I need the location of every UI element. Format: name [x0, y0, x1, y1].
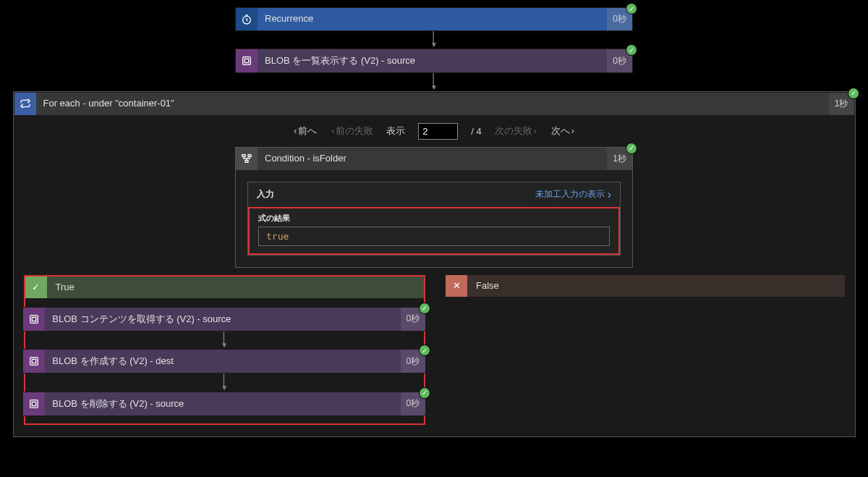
svg-rect-3: [242, 155, 245, 157]
svg-rect-10: [30, 400, 38, 408]
input-label: 入力: [257, 188, 274, 200]
blob-icon: [23, 392, 45, 415]
flow-canvas: Recurrence 0秒 ✓ BLOB を一覧表示する (V2) - sour…: [7, 7, 861, 437]
result-label: 式の結果: [258, 213, 610, 224]
step-recurrence[interactable]: Recurrence 0秒 ✓: [235, 7, 633, 31]
success-badge-icon: ✓: [626, 3, 637, 14]
arrow-down-icon: [430, 75, 438, 89]
pager-prev[interactable]: ‹前へ: [292, 124, 317, 138]
blob-icon: [23, 350, 45, 373]
success-badge-icon: ✓: [419, 387, 430, 399]
step-title: BLOB を一覧表示する (V2) - source: [258, 49, 607, 72]
success-badge-icon: ✓: [626, 44, 637, 56]
step-list-blobs[interactable]: BLOB を一覧表示する (V2) - source 0秒 ✓: [235, 48, 633, 73]
step-foreach: For each - under "container-01" 1秒 ✓ ‹前へ…: [13, 91, 856, 437]
condition-icon: [236, 148, 258, 170]
arrow-down-icon: [221, 333, 229, 347]
step-title[interactable]: Condition - isFolder: [258, 148, 607, 170]
pager-current-input[interactable]: [418, 123, 458, 140]
step-get-blob-content[interactable]: BLOB コンテンツを取得する (V2) - source 0秒 ✓: [22, 307, 426, 332]
svg-rect-7: [33, 317, 36, 321]
blob-icon: [236, 49, 258, 72]
step-delete-blob[interactable]: BLOB を削除する (V2) - source 0秒 ✓: [22, 392, 426, 416]
pager-next-fail: 次の失敗›: [495, 124, 538, 138]
raw-input-link[interactable]: 未加工入力の表示: [535, 188, 611, 201]
svg-rect-11: [33, 402, 36, 405]
svg-rect-2: [244, 59, 248, 63]
step-condition: Condition - isFolder 1秒 ✓ 入力 未加工入力の表示 式の…: [235, 147, 633, 268]
iteration-pager: ‹前へ ‹前の失敗 表示 / 4 次の失敗› 次へ›: [14, 116, 855, 147]
condition-branches: ✓ True BLOB コンテンツを取得する (V2) - source 0秒 …: [14, 268, 855, 436]
check-icon: ✓: [25, 277, 47, 298]
step-title: BLOB を作成する (V2) - dest: [45, 350, 400, 373]
cross-icon: ✕: [446, 275, 467, 297]
branch-label: False: [467, 275, 845, 297]
pager-display-label: 表示: [386, 124, 405, 138]
branch-label: True: [47, 277, 425, 298]
step-title: BLOB を削除する (V2) - source: [45, 392, 400, 415]
step-title: BLOB コンテンツを取得する (V2) - source: [45, 308, 400, 331]
success-badge-icon: ✓: [419, 345, 430, 356]
success-badge-icon: ✓: [626, 143, 637, 154]
pager-total: / 4: [471, 126, 481, 137]
clock-icon: [236, 8, 258, 30]
success-badge-icon: ✓: [419, 303, 430, 314]
svg-rect-8: [30, 358, 38, 366]
svg-rect-9: [33, 360, 36, 363]
branch-false: ✕ False: [446, 275, 845, 297]
result-value: true: [258, 227, 610, 246]
branch-true: ✓ True BLOB コンテンツを取得する (V2) - source 0秒 …: [24, 275, 426, 425]
svg-rect-6: [30, 315, 38, 323]
expression-result-box: 式の結果 true: [248, 207, 620, 255]
branch-false-header[interactable]: ✕ False: [446, 275, 845, 297]
pager-prev-fail: ‹前の失敗: [330, 124, 373, 138]
arrow-down-icon: [221, 375, 229, 389]
step-title[interactable]: For each - under "container-01": [36, 93, 829, 115]
success-badge-icon: ✓: [848, 88, 859, 99]
condition-input-card: 入力 未加工入力の表示 式の結果 true: [247, 182, 621, 256]
svg-rect-5: [245, 161, 248, 163]
arrow-down-icon: [430, 33, 438, 47]
branch-true-header[interactable]: ✓ True: [25, 277, 425, 298]
blob-icon: [23, 308, 45, 331]
svg-rect-4: [248, 155, 251, 157]
step-create-blob[interactable]: BLOB を作成する (V2) - dest 0秒 ✓: [22, 349, 426, 373]
loop-icon: [14, 93, 36, 115]
pager-next[interactable]: 次へ›: [551, 124, 576, 138]
svg-rect-1: [243, 57, 251, 65]
step-title: Recurrence: [258, 8, 607, 30]
